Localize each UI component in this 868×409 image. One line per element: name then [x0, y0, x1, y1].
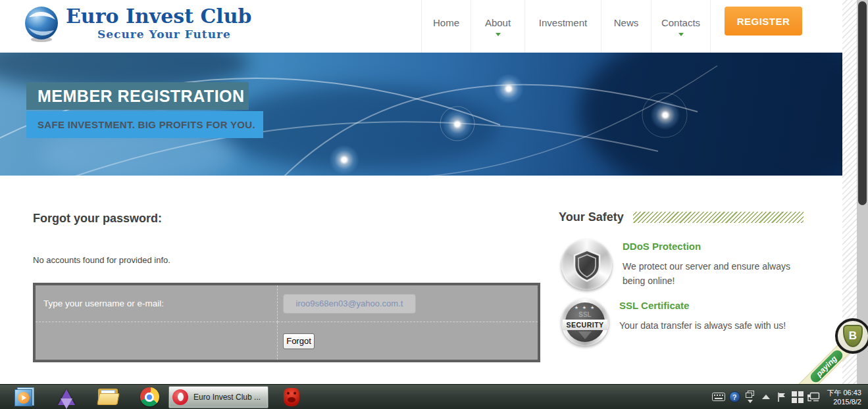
ssl-certificate-item: ★ ★ ★ SSL SECURITY SSL Certificate Your …	[561, 299, 792, 346]
register-button[interactable]: REGISTER	[725, 7, 802, 36]
page-title: MEMBER REGISTRATION	[26, 82, 249, 110]
hyip-monitor-badge[interactable]: paying B	[800, 318, 859, 384]
kmplayer-icon	[58, 389, 75, 405]
nav-item-news[interactable]: News	[601, 0, 651, 53]
nav-label: Contacts	[661, 17, 700, 28]
ssl-badge-ssl-text: SSL	[561, 311, 609, 318]
kmplayer-taskbar-icon[interactable]	[51, 385, 82, 409]
ssl-certificate-text: Your data transfer is always safe with u…	[619, 318, 792, 333]
ddos-protection-title[interactable]: DDoS Protection	[623, 241, 795, 252]
windows-grid-tray-icon[interactable]	[790, 385, 805, 409]
folder-icon	[98, 389, 119, 406]
system-tray: ? 下午 06:43 2015/8/2	[711, 385, 868, 409]
glow-decor	[442, 109, 472, 139]
clock-date: 2015/8/2	[827, 397, 861, 406]
ssl-certificate-title[interactable]: SSL Certificate	[619, 300, 792, 311]
forgot-submit-button[interactable]: Forgot	[283, 333, 315, 349]
ime-restore-icon[interactable]	[742, 385, 758, 409]
help-tray-icon[interactable]: ?	[727, 385, 742, 409]
paying-status-label: paying	[808, 348, 845, 385]
your-safety-heading: Your Safety	[559, 210, 624, 224]
ddos-protection-text: We protect our server and ensure always …	[623, 259, 795, 288]
up-arrow-icon	[762, 395, 770, 399]
action-center-flag-icon[interactable]	[774, 385, 790, 409]
chevron-down-icon	[496, 33, 501, 36]
ddos-protection-item: DDoS Protection We protect our server an…	[561, 239, 795, 290]
nav-item-investment[interactable]: Investment	[524, 0, 601, 53]
site-logo[interactable]: Euro Invest Club Secure Your Future	[24, 5, 252, 43]
logo-tagline: Secure Your Future	[97, 28, 252, 41]
clock-time: 下午 06:43	[827, 388, 861, 397]
username-label: Type your username or e-mail:	[43, 299, 164, 308]
opera-active-window-button[interactable]: Euro Invest Club ...	[168, 386, 268, 408]
scrollbar-thumb[interactable]	[858, 1, 867, 205]
media-player-icon	[14, 387, 34, 407]
red-app-icon	[284, 388, 299, 406]
media-player-taskbar-icon[interactable]	[9, 385, 39, 409]
red-app-taskbar-icon[interactable]	[276, 385, 307, 409]
glow-decor	[494, 74, 524, 104]
ddos-shield-badge-icon	[561, 239, 612, 290]
forgot-password-heading: Forgot your password:	[33, 212, 162, 226]
chevron-down-icon	[678, 33, 684, 36]
stripes-decor	[633, 212, 804, 223]
magnifier-badge-icon: B	[835, 318, 868, 354]
page-subtitle: SAFE INVESTMENT. BIG PROFITS FOR YOU.	[26, 111, 263, 138]
forgot-password-form: Type your username or e-mail: Forgot	[33, 283, 540, 362]
chrome-taskbar-icon[interactable]	[134, 385, 165, 409]
main-content: Forgot your password: No accounts found …	[0, 176, 842, 384]
empty-cell	[36, 322, 278, 360]
screen: Euro Invest Club Secure Your Future Home…	[0, 0, 868, 409]
network-tray-icon[interactable]	[805, 385, 821, 409]
windows-taskbar: Euro Invest Club ... ?	[0, 384, 868, 409]
nav-item-home[interactable]: Home	[421, 0, 471, 53]
ssl-badge-security-text: SECURITY	[563, 320, 607, 330]
username-input[interactable]	[283, 294, 416, 314]
taskbar-clock[interactable]: 下午 06:43 2015/8/2	[821, 388, 868, 406]
input-method-keyboard-icon[interactable]	[711, 385, 727, 409]
file-explorer-taskbar-icon[interactable]	[93, 385, 124, 409]
ssl-security-badge-icon: ★ ★ ★ SSL SECURITY	[561, 299, 609, 346]
nav-label: Home	[433, 17, 459, 28]
ssl-badge-stars: ★ ★ ★	[561, 305, 609, 310]
active-window-title: Euro Invest Club ...	[193, 393, 261, 402]
error-message: No accounts found for provided info.	[33, 255, 170, 265]
nav-label: Investment	[539, 17, 587, 28]
main-nav: Home About Investment News Contacts	[421, 0, 711, 53]
ssl-badge-chevron	[578, 331, 592, 339]
nav-label: About	[485, 17, 511, 28]
hero-banner: MEMBER REGISTRATION SAFE INVESTMENT. BIG…	[0, 53, 842, 176]
site-header: Euro Invest Club Secure Your Future Home…	[0, 0, 842, 53]
opera-icon	[172, 389, 188, 405]
glow-decor	[650, 100, 680, 130]
nav-item-contacts[interactable]: Contacts	[651, 0, 711, 53]
logo-title: Euro Invest Club	[66, 5, 252, 28]
logo-globe-icon	[24, 5, 59, 43]
glow-decor	[329, 145, 359, 175]
nav-item-about[interactable]: About	[471, 0, 524, 53]
chrome-icon	[140, 387, 159, 406]
nav-label: News	[614, 17, 639, 28]
chevron-down-icon	[748, 400, 753, 403]
show-hidden-icons-button[interactable]	[758, 385, 774, 409]
shield-b-icon: B	[843, 325, 863, 347]
